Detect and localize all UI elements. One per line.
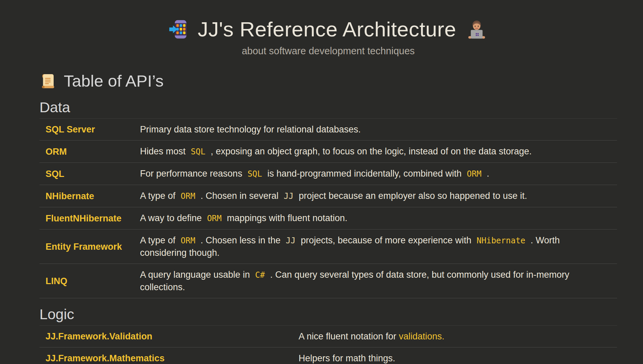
section-heading-logic: Logic	[39, 305, 617, 323]
term-cell: JJ.Framework.Mathematics	[39, 347, 292, 364]
section-heading-data: Data	[39, 98, 617, 116]
api-table-data: SQL ServerPrimary data store technology …	[39, 118, 617, 298]
term-cell: LINQ	[39, 264, 134, 298]
term-link-jj-framework-mathematics[interactable]: JJ.Framework.Mathematics	[46, 353, 165, 363]
term-cell: NHibernate	[39, 185, 134, 207]
table-row-linq: LINQA query language usable in C# . Can …	[39, 264, 617, 298]
table-row-jj-framework-validation: JJ.Framework.ValidationA nice fluent not…	[39, 326, 617, 347]
inline-link-validations[interactable]: validations.	[399, 331, 444, 341]
scroll-icon	[39, 72, 56, 90]
page-subtitle: about software development techniques	[39, 44, 617, 57]
description-cell: Hides most SQL , exposing an object grap…	[134, 141, 617, 163]
term-link-linq[interactable]: LINQ	[46, 276, 67, 286]
term-cell: ORM	[39, 141, 134, 163]
table-row-fluentnhibernate: FluentNHibernateA way to define ORM mapp…	[39, 207, 617, 230]
term-link-orm[interactable]: ORM	[46, 147, 67, 157]
term-cell: Entity Framework	[39, 230, 134, 264]
code-link-orm[interactable]: ORM	[207, 214, 222, 223]
term-link-entity-framework[interactable]: Entity Framework	[46, 242, 122, 252]
term-link-fluentnhibernate[interactable]: FluentNHibernate	[46, 213, 121, 223]
term-link-nhibernate[interactable]: NHibernate	[46, 191, 94, 201]
description-cell: A type of ORM . Chosen in several JJ pro…	[134, 185, 617, 207]
inline-code: JJ	[286, 236, 296, 245]
code-link-nhibernate[interactable]: NHibernate	[477, 236, 526, 245]
term-cell: JJ.Framework.Validation	[39, 326, 292, 347]
code-link-sql[interactable]: SQL	[191, 147, 205, 156]
code-link-c[interactable]: C#	[255, 270, 265, 280]
code-link-orm[interactable]: ORM	[467, 169, 481, 179]
table-row-nhibernate: NHibernateA type of ORM . Chosen in seve…	[39, 185, 617, 207]
mobile-phone-with-arrow-icon	[169, 19, 188, 40]
description-cell: A nice fluent notation for validations.	[292, 326, 617, 347]
term-link-sql[interactable]: SQL	[46, 169, 64, 179]
table-row-sql-server: SQL ServerPrimary data store technology …	[39, 119, 617, 141]
term-link-sql-server[interactable]: SQL Server	[46, 124, 95, 134]
inline-code: JJ	[284, 191, 293, 201]
term-link-jj-framework-validation[interactable]: JJ.Framework.Validation	[46, 331, 152, 341]
table-row-sql: SQLFor performance reasons SQL is hand-p…	[39, 163, 617, 185]
code-link-sql[interactable]: SQL	[248, 169, 262, 179]
term-cell: FluentNHibernate	[39, 207, 134, 230]
table-row-orm: ORMHides most SQL , exposing an object g…	[39, 141, 617, 163]
api-table-logic: JJ.Framework.ValidationA nice fluent not…	[39, 325, 617, 364]
toc-heading: Table of API’s	[64, 71, 164, 91]
page-header: JJ's Reference Architecture	[39, 0, 617, 42]
code-link-orm[interactable]: ORM	[181, 236, 195, 245]
description-cell: A query language usable in C# . Can quer…	[134, 264, 617, 298]
term-cell: SQL Server	[39, 119, 134, 141]
page-container: JJ's Reference Architecture about softwa…	[39, 0, 617, 364]
description-cell: A type of ORM . Chosen less in the JJ pr…	[134, 230, 617, 264]
description-cell: Primary data store technology for relati…	[134, 119, 617, 141]
table-row-jj-framework-mathematics: JJ.Framework.MathematicsHelpers for math…	[39, 347, 617, 364]
page-title: JJ's Reference Architecture	[198, 17, 456, 42]
toc-heading-row: Table of API’s	[39, 71, 617, 91]
term-cell: SQL	[39, 163, 134, 185]
description-cell: A way to define ORM mappings with fluent…	[134, 207, 617, 230]
table-row-entity-framework: Entity FrameworkA type of ORM . Chosen l…	[39, 230, 617, 264]
description-cell: Helpers for math things.	[292, 347, 617, 364]
description-cell: For performance reasons SQL is hand-prog…	[134, 163, 617, 185]
sections: DataSQL ServerPrimary data store technol…	[39, 98, 617, 364]
technologist-icon	[466, 19, 488, 40]
code-link-orm[interactable]: ORM	[181, 191, 195, 201]
